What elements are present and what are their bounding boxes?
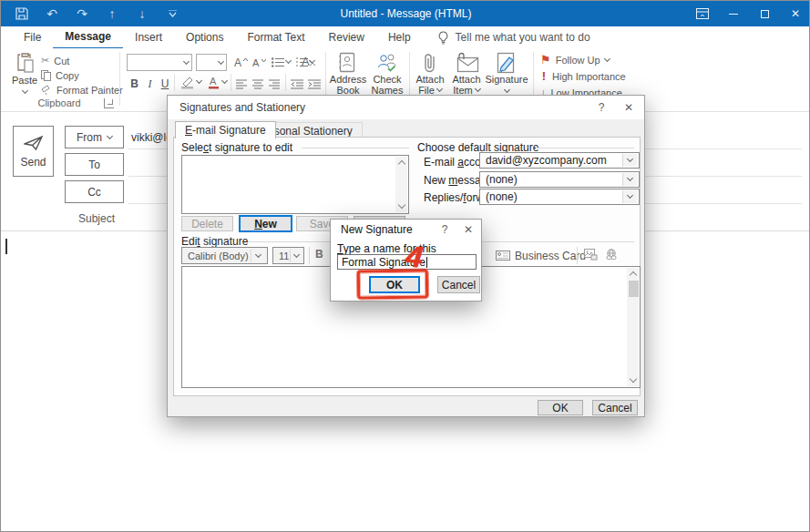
new-signature-cancel-button[interactable]: Cancel xyxy=(437,276,480,293)
cut-button[interactable]: ✂ Cut xyxy=(41,54,69,67)
new-signature-ok-label: OK xyxy=(386,279,403,292)
new-signature-titlebar: New Signature ? ✕ xyxy=(331,220,481,240)
bullets-icon[interactable] xyxy=(271,54,291,70)
svg-text:A: A xyxy=(302,55,310,67)
move-down-icon[interactable]: ↓ xyxy=(134,5,150,22)
attach-item-button[interactable]: Attach Item xyxy=(449,52,484,96)
email-account-combo[interactable]: david@xyzcompany.com xyxy=(479,152,640,169)
undo-icon[interactable]: ↶ xyxy=(44,5,60,22)
close-button[interactable]: ✕ xyxy=(780,1,810,26)
customize-qat-icon[interactable] xyxy=(164,5,180,22)
signatures-cancel-button[interactable]: Cancel xyxy=(592,400,638,415)
tab-options[interactable]: Options xyxy=(174,27,235,48)
tab-format-text[interactable]: Format Text xyxy=(235,27,316,48)
to-button[interactable]: To xyxy=(65,153,124,176)
business-card-button[interactable]: Business Card xyxy=(496,247,586,264)
highlight-color-icon[interactable] xyxy=(179,74,201,90)
attach-file-label-1: Attach xyxy=(415,74,444,85)
save-icon[interactable] xyxy=(14,5,30,22)
new-signature-title: New Signature xyxy=(341,223,413,236)
clipboard-dialog-launcher-icon[interactable] xyxy=(104,98,114,108)
from-label: From xyxy=(77,131,102,144)
tab-stationery-label: ersonal Stationery xyxy=(264,125,353,138)
align-left-icon[interactable] xyxy=(236,76,247,92)
signatures-cancel-label: Cancel xyxy=(598,402,631,414)
insert-hyperlink-icon[interactable] xyxy=(604,249,619,261)
clear-formatting-icon[interactable]: A xyxy=(302,52,316,70)
signature-label: Signature xyxy=(485,74,528,85)
replies-forwards-combo[interactable]: (none) xyxy=(479,189,640,205)
cc-button[interactable]: Cc xyxy=(65,180,124,203)
signatures-ok-label: OK xyxy=(552,402,568,414)
signatures-dialog-title: Signatures and Stationery xyxy=(179,101,305,114)
signature-font-value: Calibri (Body) xyxy=(188,251,249,261)
dialog-help-icon[interactable]: ? xyxy=(588,96,615,119)
new-signature-close-icon[interactable]: ✕ xyxy=(457,220,479,240)
new-signature-help-icon[interactable]: ? xyxy=(434,220,456,240)
delete-signature-button[interactable]: Delete xyxy=(181,216,233,231)
tab-message[interactable]: Message xyxy=(53,26,123,49)
font-size-combo[interactable] xyxy=(196,54,227,71)
subject-label[interactable]: Subject xyxy=(78,212,115,225)
format-painter-button[interactable]: Format Painter xyxy=(41,83,123,97)
tell-me-box[interactable]: Tell me what you want to do xyxy=(437,31,590,45)
signature-font-combo[interactable]: Calibri (Body) xyxy=(181,247,268,264)
annotation-step-number: 4 xyxy=(404,239,424,274)
move-up-icon[interactable]: ↑ xyxy=(104,5,120,22)
new-label: ew xyxy=(262,218,277,230)
align-right-icon[interactable] xyxy=(269,76,280,92)
bold-icon[interactable]: B xyxy=(128,76,140,92)
italic-icon[interactable]: I xyxy=(145,76,155,92)
font-color-icon[interactable]: A xyxy=(207,74,229,90)
copy-label: Copy xyxy=(56,70,79,81)
signature-list-scrollbar[interactable] xyxy=(395,157,407,212)
tab-email-signature[interactable]: E-mail Signature xyxy=(175,121,276,138)
sig-bold-button[interactable]: B xyxy=(315,248,323,261)
italic-glyph: I xyxy=(149,77,152,91)
shrink-font-icon[interactable]: A xyxy=(251,54,267,70)
signature-size-combo[interactable]: 11 xyxy=(272,247,304,264)
paste-button[interactable]: Paste xyxy=(8,52,41,93)
redo-icon[interactable]: ↷ xyxy=(74,5,90,22)
scrollbar-thumb[interactable] xyxy=(629,281,639,297)
new-signature-button[interactable]: New xyxy=(239,215,292,232)
attach-file-button[interactable]: Attach File xyxy=(413,52,447,96)
signatures-dialog-titlebar: Signatures and Stationery ? ✕ xyxy=(168,96,644,119)
send-button[interactable]: Send xyxy=(13,126,54,177)
address-book-button[interactable]: Address Book xyxy=(329,52,367,96)
font-name-combo[interactable] xyxy=(127,54,192,71)
new-signature-ok-button[interactable]: OK xyxy=(369,276,420,293)
maximize-button[interactable] xyxy=(749,1,780,26)
tab-file[interactable]: File xyxy=(12,27,53,48)
follow-up-button[interactable]: ⚑ Follow Up xyxy=(540,53,610,66)
copy-button[interactable]: Copy xyxy=(41,68,79,82)
new-messages-combo[interactable]: (none) xyxy=(479,171,640,188)
signature-list[interactable] xyxy=(181,155,409,214)
business-card-icon xyxy=(496,251,510,261)
tab-insert[interactable]: Insert xyxy=(123,27,174,48)
check-names-label-1: Check xyxy=(373,74,401,85)
tab-email-label-u: E xyxy=(185,124,192,137)
insert-picture-icon[interactable] xyxy=(584,249,598,261)
tab-review[interactable]: Review xyxy=(317,27,376,48)
decrease-indent-icon[interactable] xyxy=(291,76,303,92)
new-label-u: N xyxy=(254,218,262,230)
svg-text:A: A xyxy=(252,57,260,67)
cut-label: Cut xyxy=(54,56,69,66)
tab-help[interactable]: Help xyxy=(376,27,423,48)
new-messages-value: (none) xyxy=(486,173,518,186)
check-names-button[interactable]: Check Names xyxy=(369,52,405,96)
align-center-icon[interactable] xyxy=(252,76,263,92)
dialog-close-icon[interactable]: ✕ xyxy=(615,96,642,119)
underline-icon[interactable]: U xyxy=(159,76,170,92)
signature-button[interactable]: Signature xyxy=(486,52,528,92)
new-signature-cancel-label: Cancel xyxy=(442,279,476,292)
grow-font-icon[interactable]: A xyxy=(232,54,249,70)
minimize-button[interactable] xyxy=(718,1,749,26)
high-importance-button[interactable]: ! High Importance xyxy=(540,69,626,83)
from-button[interactable]: From xyxy=(65,126,124,148)
increase-indent-icon[interactable] xyxy=(308,76,321,92)
lightbulb-icon xyxy=(437,31,449,45)
ribbon-display-options-icon[interactable] xyxy=(687,1,718,26)
signatures-ok-button[interactable]: OK xyxy=(538,400,583,415)
